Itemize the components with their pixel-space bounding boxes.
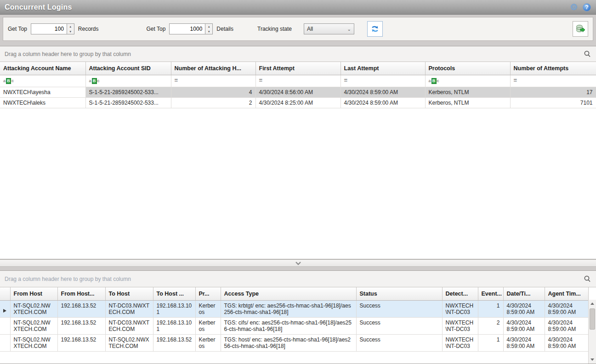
settings-gear-icon[interactable]: ⚙ <box>569 3 579 12</box>
cell[interactable]: S-1-5-21-2859245002-533... <box>85 87 171 97</box>
column-header[interactable]: Event... <box>478 287 503 300</box>
cell[interactable]: 4/30/2024 8:59:00 AM <box>341 87 425 97</box>
column-header[interactable]: Last Attempt <box>341 62 425 75</box>
cell[interactable]: 192.168.13.52 <box>57 334 105 351</box>
column-header[interactable]: Attacking Account Name <box>0 62 85 75</box>
cell[interactable]: 4/30/2024 8:59:00 AM <box>545 334 588 351</box>
help-icon[interactable]: ? <box>582 3 591 12</box>
grid2-group-panel[interactable]: Drag a column header here to group by th… <box>0 271 596 287</box>
cell[interactable]: TGS: host/ enc: aes256-cts-hmac-sha1-96[… <box>221 334 356 351</box>
cell[interactable]: NWXTECH\aleks <box>0 97 85 108</box>
cell[interactable]: 192.168.13.52 <box>57 300 105 317</box>
cell[interactable]: 4/30/2024 8:59:00 AM <box>545 317 588 334</box>
cell[interactable]: 192.168.13.101 <box>153 300 195 317</box>
cell[interactable]: NT-DC03.NWXTECH.COM <box>105 300 153 317</box>
details-spin-down-icon[interactable]: ▼ <box>205 29 212 34</box>
equals-filter-icon: = <box>259 77 263 84</box>
cell[interactable]: NT-DC03.NWXTECH.COM <box>105 317 153 334</box>
scroll-up-button[interactable] <box>589 300 596 308</box>
export-button[interactable] <box>573 21 588 37</box>
cell[interactable]: Success <box>356 300 442 317</box>
cell[interactable]: Kerberos <box>195 300 221 317</box>
details-count-input[interactable] <box>169 23 205 34</box>
records-spin-up-icon[interactable]: ▲ <box>67 24 74 29</box>
cell[interactable]: NT-SQL02.NWXTECH.COM <box>105 334 153 351</box>
scrollbar-thumb[interactable] <box>590 308 595 330</box>
cell[interactable]: S-1-5-21-2859245002-533... <box>85 97 171 108</box>
column-header[interactable]: Pr... <box>195 287 221 300</box>
numeric-filter-cell[interactable]: = <box>171 75 255 87</box>
cell[interactable]: Kerberos, NTLM <box>425 97 510 108</box>
cell[interactable]: 192.168.13.52 <box>57 317 105 334</box>
column-header[interactable]: Status <box>356 287 442 300</box>
cell[interactable]: Kerberos, NTLM <box>425 87 510 97</box>
cell[interactable]: NWXTECH\ayesha <box>0 87 85 97</box>
grid-splitter[interactable] <box>0 259 596 267</box>
table-row[interactable]: NT-SQL02.NWXTECH.COM 192.168.13.52 NT-DC… <box>0 300 588 317</box>
cell[interactable]: Success <box>356 317 442 334</box>
search-icon[interactable] <box>583 50 591 58</box>
grid1-group-panel[interactable]: Drag a column header here to group by th… <box>0 46 596 62</box>
vertical-scrollbar[interactable] <box>588 300 596 364</box>
numeric-filter-cell[interactable]: = <box>510 75 596 87</box>
column-header[interactable]: From Host... <box>57 287 105 300</box>
cell[interactable]: 4/30/2024 8:25:00 AM <box>255 97 341 108</box>
cell[interactable]: Success <box>356 334 442 351</box>
cell[interactable]: Kerberos <box>195 334 221 351</box>
cell[interactable]: 4/30/2024 8:56:00 AM <box>255 87 341 97</box>
cell[interactable]: 4/30/2024 8:59:00 AM <box>341 97 425 108</box>
column-header[interactable]: Access Type <box>221 287 356 300</box>
scroll-down-button[interactable] <box>589 356 596 364</box>
cell[interactable]: 4/30/2024 8:59:00 AM <box>503 334 545 351</box>
cell[interactable]: 7101 <box>510 97 596 108</box>
refresh-button[interactable] <box>367 21 383 37</box>
cell[interactable]: 192.168.13.101 <box>153 317 195 334</box>
column-header[interactable]: From Host <box>10 287 57 300</box>
details-spin-up-icon[interactable]: ▲ <box>205 24 212 29</box>
cell[interactable]: 4/30/2024 8:59:00 AM <box>545 300 588 317</box>
tracking-state-dropdown[interactable]: All ⌄ <box>304 23 354 34</box>
cell[interactable]: NWXTECH\NT-DC03 <box>442 300 478 317</box>
column-header[interactable]: To Host <box>105 287 153 300</box>
table-row[interactable]: NT-SQL02.NWXTECH.COM 192.168.13.52 NT-SQ… <box>0 334 588 351</box>
cell[interactable]: 1 <box>478 334 503 351</box>
column-header[interactable]: Date/Ti... <box>503 287 545 300</box>
column-header[interactable]: Agent Tim... <box>545 287 588 300</box>
column-header[interactable]: First Attempt <box>255 62 341 75</box>
cell[interactable]: 4 <box>171 87 255 97</box>
cell[interactable]: 1 <box>478 300 503 317</box>
cell[interactable]: 4/30/2024 8:59:00 AM <box>503 300 545 317</box>
numeric-filter-cell[interactable]: = <box>341 75 425 87</box>
column-header[interactable]: Detect... <box>442 287 478 300</box>
cell[interactable]: NWXTECH\NT-DC03 <box>442 334 478 351</box>
cell[interactable]: 2 <box>478 317 503 334</box>
scrollbar-track[interactable] <box>589 308 596 356</box>
text-filter-cell[interactable]: aBc <box>425 75 510 87</box>
table-row[interactable]: NWXTECH\ayesha S-1-5-21-2859245002-533..… <box>0 87 596 97</box>
column-header[interactable]: Protocols <box>425 62 510 75</box>
column-header[interactable]: Attacking Account SID <box>85 62 171 75</box>
records-count-input[interactable] <box>31 23 67 34</box>
cell[interactable]: 4/30/2024 8:59:00 AM <box>503 317 545 334</box>
cell[interactable]: NWXTECH\NT-DC03 <box>442 317 478 334</box>
cell[interactable]: 17 <box>510 87 596 97</box>
cell[interactable]: 2 <box>171 97 255 108</box>
table-row[interactable]: NT-SQL02.NWXTECH.COM 192.168.13.52 NT-DC… <box>0 317 588 334</box>
numeric-filter-cell[interactable]: = <box>255 75 341 87</box>
cell[interactable]: NT-SQL02.NWXTECH.COM <box>10 317 57 334</box>
cell[interactable]: NT-SQL02.NWXTECH.COM <box>10 300 57 317</box>
records-spin-down-icon[interactable]: ▼ <box>67 29 74 34</box>
grid2-body: From Host From Host... To Host To Host .… <box>0 287 596 364</box>
cell[interactable]: TGS: cifs/ enc: aes256-cts-hmac-sha1-96[… <box>221 317 356 334</box>
column-header[interactable]: To Host ... <box>153 287 195 300</box>
cell[interactable]: Kerberos <box>195 317 221 334</box>
cell[interactable]: NT-SQL02.NWXTECH.COM <box>10 334 57 351</box>
text-filter-cell[interactable]: aBc <box>0 75 85 87</box>
text-filter-cell[interactable]: aBc <box>85 75 171 87</box>
cell[interactable]: TGS: krbtgt/ enc: aes256-cts-hmac-sha1-9… <box>221 300 356 317</box>
table-row[interactable]: NWXTECH\aleks S-1-5-21-2859245002-533...… <box>0 97 596 108</box>
search-icon[interactable] <box>583 275 591 283</box>
column-header[interactable]: Number of Attacking H... <box>171 62 255 75</box>
cell[interactable]: 192.168.13.52 <box>153 334 195 351</box>
column-header[interactable]: Number of Attempts <box>510 62 596 75</box>
